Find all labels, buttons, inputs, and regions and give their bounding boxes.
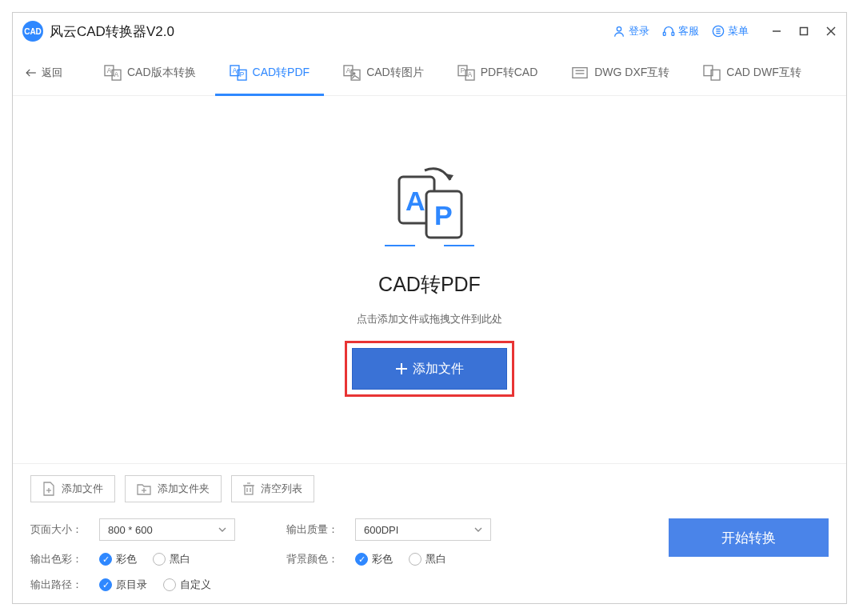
drop-area[interactable]: A P CAD转PDF 点击添加文件或拖拽文件到此处 添加文件 — [13, 96, 846, 463]
folder-plus-icon — [137, 482, 151, 495]
add-file-highlight: 添加文件 — [345, 341, 514, 397]
dwg-dxf-icon — [571, 65, 589, 81]
svg-rect-28 — [573, 67, 587, 78]
tab-pdf-to-cad[interactable]: PA PDF转CAD — [443, 50, 553, 96]
app-logo-icon: CAD — [22, 21, 43, 42]
svg-rect-46 — [245, 486, 253, 494]
bg-label: 背景颜色： — [286, 552, 344, 566]
trash-icon — [243, 482, 254, 495]
close-button[interactable] — [825, 26, 837, 37]
add-file-button[interactable]: 添加文件 — [352, 348, 507, 390]
chevron-down-icon — [474, 527, 482, 532]
close-icon — [826, 26, 836, 36]
maximize-button[interactable] — [798, 26, 809, 37]
color-radio-bw[interactable]: 黑白 — [153, 552, 190, 566]
svg-rect-8 — [801, 28, 808, 35]
main-title: CAD转PDF — [378, 271, 481, 298]
color-radiogroup: 彩色 黑白 — [99, 552, 190, 566]
tab-cad-version[interactable]: AA CAD版本转换 — [90, 50, 210, 96]
svg-text:A: A — [346, 67, 351, 74]
cad-dwf-icon — [703, 65, 721, 81]
bg-radiogroup: 彩色 黑白 — [355, 552, 446, 566]
service-button[interactable]: 客服 — [662, 24, 699, 38]
tab-label: DWG DXF互转 — [594, 66, 669, 80]
tab-label: PDF转CAD — [481, 66, 538, 80]
tab-cad-dwf[interactable]: CAD DWF互转 — [689, 50, 815, 96]
illustration-icon: A P — [382, 162, 477, 250]
svg-point-23 — [354, 72, 355, 74]
back-button[interactable]: 返回 — [24, 66, 62, 80]
tab-cad-to-pdf[interactable]: AP CAD转PDF — [215, 50, 325, 96]
svg-text:A: A — [114, 71, 119, 78]
svg-text:A: A — [406, 186, 426, 216]
tabs: 返回 AA CAD版本转换 AP CAD转PDF A CAD转图片 PA PDF… — [13, 50, 846, 96]
login-button[interactable]: 登录 — [613, 24, 649, 38]
svg-rect-2 — [672, 32, 674, 35]
add-file-action[interactable]: 添加文件 — [30, 475, 115, 502]
doc-convert-icon: AA — [104, 65, 122, 81]
app-title: 风云CAD转换器V2.0 — [50, 22, 174, 41]
add-folder-action[interactable]: 添加文件夹 — [125, 475, 222, 502]
cad-pdf-icon: AP — [230, 65, 247, 81]
bg-radio-color[interactable]: 彩色 — [355, 552, 393, 566]
svg-rect-1 — [663, 32, 665, 35]
bottom-panel: 添加文件 添加文件夹 清空列表 页面大小： 800 * 600 — [13, 463, 846, 603]
main-subtitle: 点击添加文件或拖拽文件到此处 — [357, 312, 502, 326]
svg-text:P: P — [460, 67, 465, 74]
tab-label: CAD转图片 — [366, 66, 424, 80]
page-size-label: 页面大小： — [30, 522, 88, 537]
maximize-icon — [799, 26, 809, 36]
plus-icon — [395, 362, 408, 375]
cad-image-icon: A — [343, 65, 361, 81]
svg-text:A: A — [468, 71, 473, 78]
minimize-icon — [772, 26, 781, 36]
user-icon — [613, 25, 625, 38]
headphones-icon — [662, 25, 675, 38]
tab-dwg-dxf[interactable]: DWG DXF互转 — [557, 50, 684, 96]
color-label: 输出色彩： — [30, 552, 88, 566]
bg-radio-bw[interactable]: 黑白 — [409, 552, 446, 566]
tab-cad-to-image[interactable]: A CAD转图片 — [329, 50, 438, 96]
arrow-left-icon — [24, 67, 38, 78]
menu-button[interactable]: 菜单 — [712, 24, 749, 38]
quality-dropdown[interactable]: 600DPI — [355, 518, 491, 541]
color-radio-color[interactable]: 彩色 — [99, 552, 137, 566]
svg-text:P: P — [239, 71, 244, 78]
svg-text:P: P — [434, 200, 453, 230]
page-size-dropdown[interactable]: 800 * 600 — [99, 518, 235, 541]
path-radio-custom[interactable]: 自定义 — [163, 578, 211, 592]
path-radio-original[interactable]: 原目录 — [99, 578, 147, 592]
path-label: 输出路径： — [30, 578, 88, 592]
tab-label: CAD转PDF — [253, 66, 310, 80]
tab-label: CAD DWF互转 — [726, 66, 801, 80]
quality-label: 输出质量： — [286, 522, 344, 537]
file-plus-icon — [42, 482, 55, 496]
titlebar: CAD 风云CAD转换器V2.0 登录 客服 菜单 — [13, 13, 846, 50]
tab-label: CAD版本转换 — [127, 66, 196, 80]
minimize-button[interactable] — [771, 26, 782, 37]
pdf-cad-icon: PA — [457, 65, 475, 81]
app-window: CAD 风云CAD转换器V2.0 登录 客服 菜单 — [12, 12, 847, 604]
start-convert-button[interactable]: 开始转换 — [669, 518, 829, 557]
chevron-down-icon — [218, 527, 226, 532]
svg-text:A: A — [107, 67, 112, 74]
svg-text:A: A — [232, 67, 237, 74]
clear-list-action[interactable]: 清空列表 — [231, 475, 314, 502]
path-radiogroup: 原目录 自定义 — [99, 578, 211, 592]
svg-point-0 — [617, 27, 621, 31]
list-icon — [712, 25, 725, 38]
